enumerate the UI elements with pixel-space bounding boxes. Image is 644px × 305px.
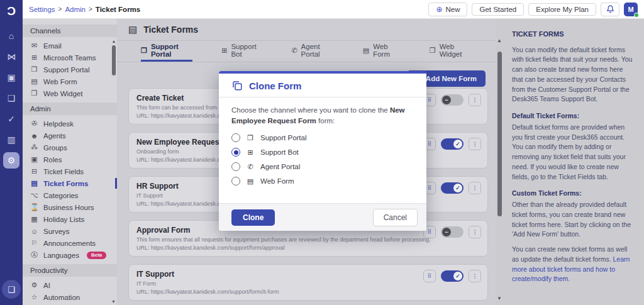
radio-icon[interactable]	[231, 177, 240, 186]
clone-form-modal: Clone Form Choose the channel where you …	[219, 71, 426, 231]
app-rail: Ɔ ⌂ ⋈ ▣ ❏ ✓ ▥ ⚙ ❑	[0, 0, 23, 305]
portal-icon: ❐	[246, 134, 255, 142]
channel-options: ❐ Support Portal ⊞ Support Bot ✆ Agent P…	[219, 126, 426, 186]
modal-body-text: Choose the channel where you want to clo…	[219, 97, 426, 126]
radio-option-agent-portal[interactable]: ✆ Agent Portal	[231, 162, 414, 171]
contacts-icon[interactable]: ▣	[3, 69, 19, 86]
approvals-icon[interactable]: ✓	[3, 111, 19, 127]
settings-gear-icon[interactable]: ⚙	[3, 152, 19, 169]
radio-label: Support Bot	[260, 148, 299, 156]
modal-header: Clone Form	[219, 74, 426, 97]
radio-icon[interactable]	[231, 133, 240, 142]
chat-launcher-button[interactable]: ❑	[2, 280, 21, 299]
modal-text-prefix: Choose the channel where you want to clo…	[231, 106, 390, 114]
form-icon: ▤	[246, 177, 255, 186]
home-icon[interactable]: ⌂	[3, 28, 19, 44]
breadcrumb-separator: >	[89, 6, 92, 13]
breadcrumb-current: Ticket Forms	[96, 6, 140, 13]
tickets-icon[interactable]: ⋈	[3, 48, 19, 65]
radio-option-web-form[interactable]: ▤ Web Form	[231, 177, 414, 186]
breadcrumb-separator: >	[58, 6, 62, 13]
online-status-dot	[634, 13, 639, 18]
topbar-actions: ⊕ New Get Started Explore My Plan M	[428, 3, 638, 16]
radio-icon[interactable]	[231, 162, 240, 171]
user-avatar[interactable]: M	[624, 3, 638, 16]
teams-icon: ⊞	[246, 148, 255, 157]
plus-circle-icon: ⊕	[436, 5, 442, 14]
radio-icon-selected[interactable]	[231, 148, 240, 157]
radio-label: Agent Portal	[260, 163, 300, 170]
avatar-initial: M	[628, 6, 633, 13]
modal-text-suffix: form:	[316, 117, 335, 125]
modal-title: Clone Form	[249, 80, 301, 91]
phone-icon: ✆	[246, 163, 255, 171]
explore-my-plan-button[interactable]: Explore My Plan	[528, 3, 596, 16]
get-started-button[interactable]: Get Started	[472, 3, 524, 16]
radio-label: Support Portal	[260, 134, 307, 141]
clone-icon	[231, 80, 243, 91]
desk365-logo-icon: Ɔ	[7, 4, 16, 19]
clone-button[interactable]: Clone	[231, 209, 275, 226]
radio-option-support-portal[interactable]: ❐ Support Portal	[231, 133, 414, 142]
radio-option-support-bot[interactable]: ⊞ Support Bot	[231, 148, 414, 157]
radio-label: Web Form	[260, 177, 294, 185]
new-button[interactable]: ⊕ New	[428, 3, 467, 16]
reports-icon[interactable]: ▥	[3, 131, 19, 148]
notification-bell-icon[interactable]	[601, 3, 619, 16]
breadcrumb-admin[interactable]: Admin	[65, 6, 86, 13]
breadcrumb-settings[interactable]: Settings	[29, 6, 55, 13]
top-bar: Settings > Admin > Ticket Forms ⊕ New Ge…	[23, 0, 644, 19]
new-button-label: New	[445, 6, 460, 13]
breadcrumb: Settings > Admin > Ticket Forms	[29, 6, 140, 13]
modal-footer: Clone Cancel	[219, 203, 426, 231]
knowledge-base-icon[interactable]: ❏	[3, 90, 19, 106]
cancel-button[interactable]: Cancel	[373, 209, 418, 226]
